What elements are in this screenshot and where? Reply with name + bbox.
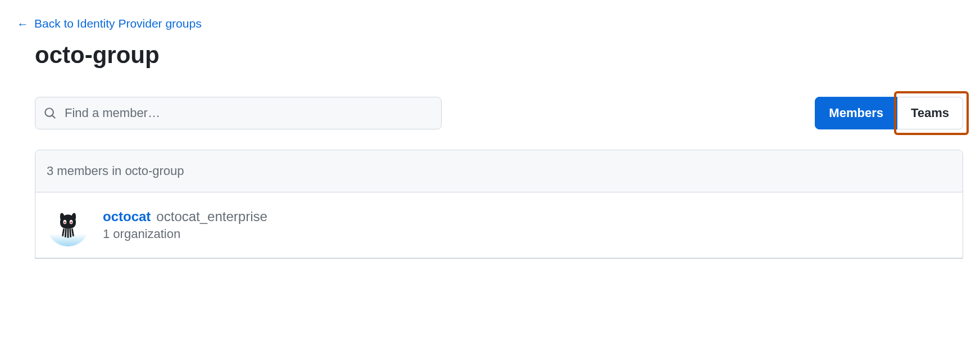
- arrow-left-icon: ←: [17, 18, 29, 30]
- list-header: 3 members in octo-group: [35, 150, 963, 192]
- svg-point-3: [70, 221, 72, 223]
- avatar[interactable]: [47, 204, 89, 246]
- member-meta: 1 organization: [103, 227, 267, 241]
- tab-teams[interactable]: Teams: [897, 97, 963, 129]
- octocat-icon: [51, 208, 85, 242]
- search-wrapper: [35, 97, 442, 129]
- back-link[interactable]: ← Back to Identity Provider groups: [17, 17, 202, 30]
- member-info: octocat octocat_enterprise 1 organizatio…: [103, 209, 267, 241]
- tab-group: Members Teams: [815, 97, 963, 129]
- member-fullname: octocat_enterprise: [156, 209, 267, 225]
- svg-point-2: [64, 221, 66, 223]
- search-input[interactable]: [35, 97, 442, 129]
- highlight-annotation: Teams: [897, 97, 963, 129]
- back-link-label: Back to Identity Provider groups: [34, 17, 202, 30]
- list-item: octocat octocat_enterprise 1 organizatio…: [35, 192, 963, 258]
- members-list: 3 members in octo-group octocat: [35, 150, 963, 259]
- search-icon: [44, 107, 56, 119]
- controls-row: Members Teams: [35, 97, 963, 129]
- page-title: octo-group: [35, 42, 963, 69]
- tab-members[interactable]: Members: [815, 97, 897, 129]
- member-username[interactable]: octocat: [103, 209, 151, 225]
